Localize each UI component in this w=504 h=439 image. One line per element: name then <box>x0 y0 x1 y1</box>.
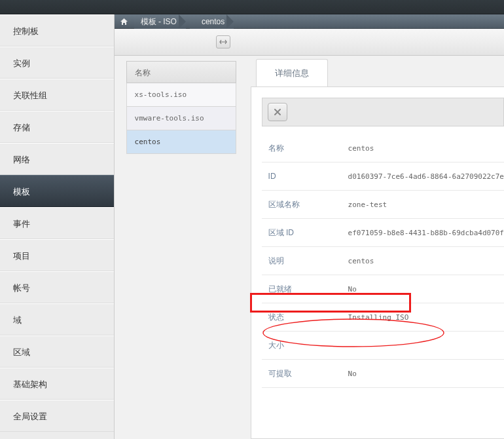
breadcrumb-templates[interactable]: 模板 - ISO <box>134 14 186 29</box>
sidebar-item-projects[interactable]: 项目 <box>0 239 114 271</box>
sidebar-item-templates[interactable]: 模板 <box>0 175 114 207</box>
value-id: d0160397-7ce6-4ad6-8864-6a2709022c7e <box>348 172 504 181</box>
field-zoneid: 区域 ID ef071059-b8e8-4431-b88b-69dcba4d07… <box>262 219 504 247</box>
breadcrumb-current: centos <box>190 14 234 29</box>
sidebar-item-infrastructure[interactable]: 基础架构 <box>0 368 114 400</box>
sidebar-item-instances[interactable]: 实例 <box>0 47 114 79</box>
iso-list: 名称 xs-tools.iso vmware-tools.iso centos <box>126 61 236 439</box>
topbar <box>0 0 504 14</box>
label-extractable: 可提取 <box>262 368 348 379</box>
subtoolbar <box>115 29 504 56</box>
value-ready: No <box>348 285 357 294</box>
label-zoneid: 区域 ID <box>262 227 348 239</box>
sidebar: 控制板 实例 关联性组 存储 网络 模板 事件 项目 帐号 域 区域 基础架构 … <box>0 14 115 439</box>
field-description: 说明 centos <box>262 247 504 275</box>
value-name: centos <box>348 144 374 153</box>
tab-details[interactable]: 详细信息 <box>256 59 328 86</box>
delete-button[interactable] <box>268 103 287 121</box>
sidebar-item-network[interactable]: 网络 <box>0 143 114 175</box>
list-item[interactable]: vmware-tools.iso <box>126 107 236 130</box>
main: 模板 - ISO centos 名称 xs-tools.iso vmware-t… <box>115 14 504 439</box>
field-status: 状态 Installing ISO <box>262 303 504 332</box>
value-zone: zone-test <box>348 200 387 209</box>
sidebar-item-zones[interactable]: 区域 <box>0 335 114 368</box>
label-ready: 已就绪 <box>262 284 348 295</box>
breadcrumb: 模板 - ISO centos <box>115 14 504 29</box>
label-zone: 区域名称 <box>262 199 348 210</box>
list-item[interactable]: xs-tools.iso <box>126 83 236 107</box>
list-item[interactable]: centos <box>126 130 236 154</box>
label-name: 名称 <box>262 143 348 154</box>
detail-panel: 详细信息 名称 centos ID d0160397-7ce6-4ad6 <box>251 59 504 439</box>
label-size: 大小 <box>262 340 348 351</box>
field-ready: 已就绪 No <box>262 275 504 303</box>
label-description: 说明 <box>262 256 348 267</box>
field-extractable: 可提取 No <box>262 360 504 388</box>
sidebar-item-dashboard[interactable]: 控制板 <box>0 14 114 47</box>
sidebar-item-global-settings[interactable]: 全局设置 <box>0 400 114 432</box>
content-row: 名称 xs-tools.iso vmware-tools.iso centos … <box>115 56 504 439</box>
value-extractable: No <box>348 370 357 378</box>
action-row <box>262 98 504 126</box>
tab-row: 详细信息 <box>251 59 504 86</box>
sidebar-item-affinity[interactable]: 关联性组 <box>0 79 114 111</box>
label-id: ID <box>262 172 348 181</box>
expand-button[interactable] <box>216 35 230 48</box>
detail-body: 名称 centos ID d0160397-7ce6-4ad6-8864-6a2… <box>251 86 504 439</box>
sidebar-item-events[interactable]: 事件 <box>0 207 114 239</box>
label-status: 状态 <box>262 312 348 323</box>
field-zone: 区域名称 zone-test <box>262 191 504 219</box>
sidebar-item-accounts[interactable]: 帐号 <box>0 271 114 303</box>
field-name: 名称 centos <box>262 134 504 162</box>
list-header-name: 名称 <box>126 61 236 83</box>
field-size: 大小 <box>262 332 504 360</box>
value-description: centos <box>348 257 374 265</box>
value-zoneid: ef071059-b8e8-4431-b88b-69dcba4d070f <box>348 229 504 237</box>
app-root: 控制板 实例 关联性组 存储 网络 模板 事件 项目 帐号 域 区域 基础架构 … <box>0 14 504 439</box>
field-id: ID d0160397-7ce6-4ad6-8864-6a2709022c7e <box>262 162 504 191</box>
sidebar-item-storage[interactable]: 存储 <box>0 111 114 143</box>
value-status: Installing ISO <box>348 313 409 322</box>
sidebar-item-domains[interactable]: 域 <box>0 303 114 335</box>
